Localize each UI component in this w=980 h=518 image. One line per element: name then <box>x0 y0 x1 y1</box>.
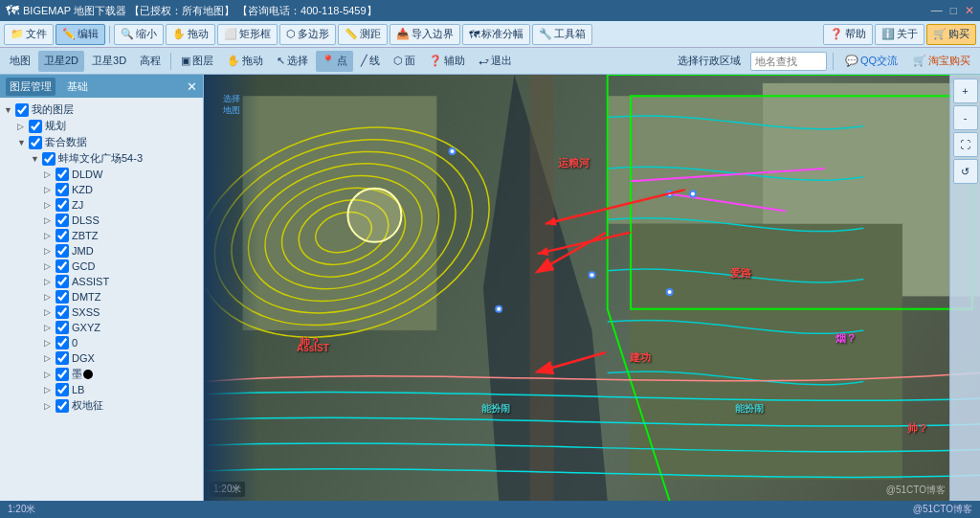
tree-arrow-icon: ▷ <box>44 385 56 394</box>
zoom-out-icon: 🔍 <box>121 28 134 40</box>
tab-basic[interactable]: 基础 <box>63 78 92 96</box>
qq-group-button[interactable]: 💬 QQ交流 <box>839 51 903 72</box>
toolbox-icon: 🔧 <box>539 28 552 40</box>
layer-tree-item[interactable]: ▼我的图层 <box>0 101 203 118</box>
area-tool[interactable]: ⬡ 面 <box>388 51 421 72</box>
layer-tree-item[interactable]: ▷GCD <box>0 259 203 274</box>
drag-button[interactable]: ✋ 拖动 <box>166 24 215 45</box>
tree-arrow-icon: ▷ <box>44 307 56 317</box>
assist-icon: ❓ <box>429 55 442 67</box>
zoom-out-right-button[interactable]: - <box>953 105 978 130</box>
layer-visibility-checkbox[interactable] <box>56 399 69 413</box>
layer-tree-item[interactable]: ▷ZJ <box>0 197 203 213</box>
layer-visibility-checkbox[interactable] <box>29 136 42 149</box>
layer-tree-item[interactable]: ▷规划 <box>0 118 203 134</box>
assist-tool[interactable]: ❓ 辅助 <box>423 51 471 72</box>
layer-visibility-checkbox[interactable] <box>56 336 69 349</box>
minimize-button[interactable]: — <box>931 4 943 17</box>
import-icon: 📥 <box>396 28 410 40</box>
taobao-buy-button[interactable]: 🛒 淘宝购买 <box>907 51 976 72</box>
maximize-button[interactable]: □ <box>950 4 957 17</box>
layer-visibility-checkbox[interactable] <box>15 103 29 117</box>
zoom-out-button[interactable]: 🔍 缩小 <box>114 24 164 45</box>
titlebar: 🗺 BIGEMAP 地图下载器 【已授权：所有地图】 【咨询电话：400-118… <box>0 0 980 21</box>
layer-tree-item[interactable]: ▼蚌埠文化广场54-3 <box>0 150 203 167</box>
fullscreen-button[interactable]: ⛶ <box>953 132 978 157</box>
layer-visibility-checkbox[interactable] <box>56 168 69 181</box>
buy-button[interactable]: 🛒 购买 <box>926 24 976 45</box>
layer-visibility-checkbox[interactable] <box>56 244 69 258</box>
tree-arrow-icon: ▼ <box>31 154 42 164</box>
edit-menu-button[interactable]: ✏️ 编辑 <box>56 24 105 45</box>
map-type-map[interactable]: 地图 <box>4 51 36 72</box>
select-tool[interactable]: ↖ 选择 <box>271 51 314 72</box>
measure-button[interactable]: 📏 测距 <box>338 24 388 45</box>
place-search-input[interactable] <box>750 52 827 71</box>
help-button[interactable]: ❓ 帮助 <box>823 24 873 45</box>
layer-visibility-checkbox[interactable] <box>56 368 69 381</box>
layer-tree-item[interactable]: ▼套合数据 <box>0 134 203 150</box>
sidebar-close-button[interactable]: ✕ <box>187 79 197 94</box>
app-icon: 🗺 <box>6 3 19 18</box>
layer-tree-item[interactable]: ▷DMTZ <box>0 289 203 304</box>
layer-tree-item[interactable]: ▷KZD <box>0 182 203 197</box>
taobao-icon: 🛒 <box>913 55 926 67</box>
toolbar2-sep2 <box>833 53 834 70</box>
layer-visibility-checkbox[interactable] <box>56 275 69 288</box>
layer-visibility-checkbox[interactable] <box>56 290 69 304</box>
zoom-in-right-button[interactable]: + <box>953 79 978 103</box>
layer-tree-item[interactable]: ▷JMD <box>0 243 203 259</box>
layer-visibility-checkbox[interactable] <box>42 152 56 166</box>
select-admin-region-button[interactable]: 选择行政区域 <box>672 51 746 72</box>
drag-tool[interactable]: ✋ 拖动 <box>221 51 269 72</box>
exit-icon: ⮐ <box>479 56 489 67</box>
layer-tree-item[interactable]: ▷SXSS <box>0 304 203 320</box>
layer-visibility-checkbox[interactable] <box>56 351 69 365</box>
layer-visibility-checkbox[interactable] <box>56 198 69 212</box>
rect-icon: ⬜ <box>224 28 237 40</box>
map-type-satellite3d[interactable]: 卫星3D <box>86 51 132 72</box>
layer-tree-item[interactable]: ▷权地征 <box>0 397 203 414</box>
layer-visibility-checkbox[interactable] <box>56 383 69 396</box>
map-area[interactable]: 选择地图 运粮河 爱路 建功 帅？ 能扮闹 能扮闹 能扮闹 帅？ 烟？ 能扮闹 … <box>204 75 980 501</box>
polygon-button[interactable]: ⬡ 多边形 <box>279 24 336 45</box>
main-toolbar: 📁 文件 ✏️ 编辑 🔍 缩小 ✋ 拖动 ⬜ 矩形框 ⬡ 多边形 📏 测距 📥 … <box>0 21 980 48</box>
layer-label: ZJ <box>72 199 83 211</box>
tab-layer-management[interactable]: 图层管理 <box>6 78 56 96</box>
refresh-button[interactable]: ↺ <box>953 159 978 184</box>
layer-visibility-checkbox[interactable] <box>56 305 69 319</box>
layer-visibility-checkbox[interactable] <box>56 259 69 273</box>
standard-grid-button[interactable]: 🗺 标准分幅 <box>462 24 530 45</box>
layer-tree-item[interactable]: ▷DLSS <box>0 213 203 228</box>
layer-tree-item[interactable]: ▷LB <box>0 382 203 397</box>
layer-tree-item[interactable]: ▷墨 <box>0 366 203 382</box>
close-button[interactable]: ✕ <box>965 4 974 17</box>
layers-tool[interactable]: ▣ 图层 <box>175 51 219 72</box>
about-button[interactable]: ℹ️ 关于 <box>875 24 924 45</box>
file-menu-button[interactable]: 📁 文件 <box>4 24 54 45</box>
tree-arrow-icon: ▼ <box>4 105 15 115</box>
layer-visibility-checkbox[interactable] <box>56 183 69 196</box>
edit-icon: ✏️ <box>62 28 76 40</box>
scale-indicator: 1:20米 <box>210 482 245 497</box>
layer-tree-item[interactable]: ▷DGX <box>0 350 203 366</box>
import-boundary-button[interactable]: 📥 导入边界 <box>390 24 460 45</box>
layer-visibility-checkbox[interactable] <box>56 214 69 227</box>
toolbox-button[interactable]: 🔧 工具箱 <box>532 24 592 45</box>
rect-button[interactable]: ⬜ 矩形框 <box>217 24 278 45</box>
layer-tree-item[interactable]: ▷0 <box>0 335 203 350</box>
layer-visibility-checkbox[interactable] <box>29 120 42 133</box>
layer-tree-item[interactable]: ▷ASSIST <box>0 274 203 289</box>
tree-arrow-icon: ▷ <box>44 292 56 302</box>
line-tool[interactable]: ╱ 线 <box>355 51 386 72</box>
point-tool[interactable]: 📍 点 <box>316 51 353 72</box>
layer-tree-item[interactable]: ▷ZBTZ <box>0 228 203 243</box>
layer-tree-item[interactable]: ▷DLDW <box>0 167 203 182</box>
layer-tree-item[interactable]: ▷GXYZ <box>0 320 203 335</box>
hand-icon: ✋ <box>172 28 186 40</box>
map-type-satellite2d[interactable]: 卫星2D <box>38 51 84 72</box>
layer-visibility-checkbox[interactable] <box>56 229 69 242</box>
map-type-elevation[interactable]: 高程 <box>134 51 167 72</box>
layer-visibility-checkbox[interactable] <box>56 321 69 334</box>
exit-tool[interactable]: ⮐ 退出 <box>473 51 518 72</box>
